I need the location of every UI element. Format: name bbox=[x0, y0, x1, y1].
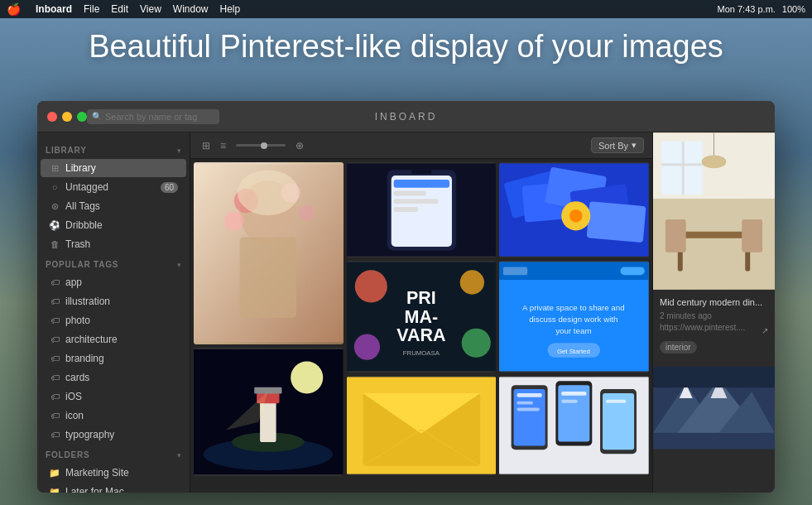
svg-rect-60 bbox=[517, 408, 540, 411]
search-input[interactable] bbox=[87, 109, 219, 124]
minimize-button[interactable] bbox=[62, 112, 72, 122]
folder-marketing-icon: 📁 bbox=[49, 468, 60, 479]
grid-item-primavara[interactable]: PRI MA- VARA FRUMOASA bbox=[347, 261, 497, 373]
sort-label: Sort By bbox=[598, 141, 628, 151]
sidebar-item-cards[interactable]: 🏷 cards bbox=[41, 368, 186, 387]
menu-help[interactable]: Help bbox=[220, 3, 241, 15]
popular-tags-section-header: POPULAR TAGS ▾ bbox=[37, 257, 190, 272]
fullscreen-button[interactable] bbox=[77, 112, 87, 122]
external-link-icon[interactable]: ↗ bbox=[762, 326, 768, 335]
sidebar: LIBRARY ▾ ⊞ Library ○ Untagged 60 ⊛ All … bbox=[37, 132, 190, 493]
sidebar-item-all-tags[interactable]: ⊛ All Tags bbox=[41, 197, 186, 215]
menu-view[interactable]: View bbox=[140, 3, 161, 15]
library-icon: ⊞ bbox=[49, 163, 60, 174]
grid-view-icon[interactable]: ⊞ bbox=[199, 138, 214, 153]
svg-point-25 bbox=[354, 270, 387, 302]
svg-rect-78 bbox=[742, 219, 762, 252]
tag-cards-label: cards bbox=[65, 372, 178, 383]
svg-text:Get Started: Get Started bbox=[557, 348, 590, 355]
svg-text:your team: your team bbox=[555, 326, 591, 335]
svg-rect-73 bbox=[661, 163, 703, 166]
tag-ios-icon: 🏷 bbox=[49, 392, 60, 402]
grid-item-lighthouse[interactable] bbox=[194, 348, 344, 476]
sidebar-item-typography[interactable]: 🏷 typography bbox=[41, 426, 186, 444]
svg-rect-72 bbox=[682, 142, 685, 195]
sidebar-item-trash[interactable]: 🗑 Trash bbox=[41, 235, 186, 253]
tag-branding-icon: 🏷 bbox=[49, 354, 60, 363]
menubar-app-name[interactable]: Inboard bbox=[36, 3, 72, 15]
list-view-icon[interactable]: ≡ bbox=[217, 138, 229, 153]
popular-tags-arrow-icon: ▾ bbox=[177, 261, 181, 269]
sidebar-item-illustration[interactable]: 🏷 illustration bbox=[41, 292, 186, 310]
svg-rect-48 bbox=[503, 267, 527, 275]
titlebar-app-name: INBOARD bbox=[375, 111, 438, 123]
svg-point-9 bbox=[291, 361, 323, 393]
svg-point-28 bbox=[353, 334, 379, 359]
titlebar: INBOARD 🔍 bbox=[37, 101, 775, 132]
grid-item-blue-app[interactable]: A private space to share and discuss des… bbox=[499, 261, 649, 373]
tag-photo-icon: 🏷 bbox=[49, 315, 60, 325]
svg-text:PRI: PRI bbox=[406, 288, 436, 308]
zoom-slider[interactable] bbox=[236, 144, 286, 147]
sidebar-item-architecture[interactable]: 🏷 architecture bbox=[41, 330, 186, 349]
popular-tags-section-label: POPULAR TAGS bbox=[46, 260, 118, 269]
menu-file[interactable]: File bbox=[84, 3, 99, 15]
svg-rect-43 bbox=[587, 201, 646, 243]
library-label: Library bbox=[65, 162, 178, 174]
tag-typography-icon: 🏷 bbox=[49, 430, 60, 440]
traffic-lights bbox=[47, 112, 87, 122]
menu-window[interactable]: Window bbox=[173, 3, 209, 15]
svg-rect-20 bbox=[393, 191, 425, 196]
all-tags-icon: ⊛ bbox=[49, 201, 60, 212]
sidebar-item-library[interactable]: ⊞ Library bbox=[41, 159, 186, 177]
trash-label: Trash bbox=[65, 238, 178, 250]
sidebar-item-dribbble[interactable]: ⚽ Dribbble bbox=[41, 216, 186, 234]
folders-section-header: FOLDERS ▾ bbox=[37, 447, 190, 463]
menu-edit[interactable]: Edit bbox=[111, 3, 128, 15]
tag-icon-label: icon bbox=[65, 410, 178, 421]
grid-toolbar: ⊞ ≡ ⊕ Sort By ▾ bbox=[190, 132, 652, 159]
app-body: LIBRARY ▾ ⊞ Library ○ Untagged 60 ⊛ All … bbox=[37, 132, 775, 493]
folder-later-icon: 📁 bbox=[49, 487, 60, 493]
menubar-left: 🍎 Inboard File Edit View Window Help bbox=[7, 2, 240, 16]
library-arrow-icon: ▾ bbox=[177, 147, 181, 155]
zoom-icon[interactable]: ⊕ bbox=[292, 138, 307, 153]
sidebar-item-untagged[interactable]: ○ Untagged 60 bbox=[41, 178, 186, 196]
sidebar-item-icon-tag[interactable]: 🏷 icon bbox=[41, 406, 186, 425]
svg-text:MA-: MA- bbox=[404, 307, 438, 327]
detail-panel: Mid century modern din... 2 minutes ago … bbox=[652, 132, 775, 493]
tag-icon-icon: 🏷 bbox=[49, 411, 60, 421]
grid-item-woman[interactable] bbox=[194, 162, 344, 344]
tag-ios-label: iOS bbox=[65, 391, 178, 402]
grid-item-mobile-screens[interactable] bbox=[499, 376, 649, 475]
sidebar-item-ios[interactable]: 🏷 iOS bbox=[41, 387, 186, 406]
grid-item-phone[interactable] bbox=[347, 162, 497, 257]
sidebar-item-app[interactable]: 🏷 app bbox=[41, 273, 186, 291]
svg-rect-22 bbox=[393, 207, 417, 212]
tag-app-label: app bbox=[65, 277, 178, 288]
grid-item-cards[interactable] bbox=[499, 162, 649, 257]
sidebar-item-marketing-site[interactable]: 📁 Marketing Site bbox=[41, 464, 186, 482]
svg-rect-63 bbox=[562, 392, 587, 396]
grid-item-yellow[interactable] bbox=[347, 376, 497, 475]
detail-image bbox=[653, 132, 775, 290]
folders-section-label: FOLDERS bbox=[46, 450, 89, 459]
close-button[interactable] bbox=[47, 112, 57, 122]
detail-tag[interactable]: interior bbox=[660, 341, 697, 354]
svg-text:FRUMOASA: FRUMOASA bbox=[402, 349, 440, 357]
sidebar-item-branding[interactable]: 🏷 branding bbox=[41, 349, 186, 368]
svg-rect-2 bbox=[240, 237, 296, 318]
apple-menu[interactable]: 🍎 bbox=[7, 2, 21, 16]
tag-app-icon: 🏷 bbox=[49, 277, 60, 287]
tag-photo-label: photo bbox=[65, 315, 178, 326]
svg-point-6 bbox=[224, 211, 243, 230]
menubar-time: Mon 7:43 p.m. bbox=[718, 4, 776, 14]
svg-rect-87 bbox=[653, 368, 775, 388]
sort-button[interactable]: Sort By ▾ bbox=[591, 137, 644, 153]
sidebar-item-later-for-mac[interactable]: 📁 Later for Mac bbox=[41, 483, 186, 493]
svg-text:discuss design work with: discuss design work with bbox=[530, 315, 618, 324]
menubar: 🍎 Inboard File Edit View Window Help Mon… bbox=[0, 0, 812, 18]
library-section-label: LIBRARY bbox=[46, 146, 87, 155]
svg-point-5 bbox=[299, 204, 315, 221]
sidebar-item-photo[interactable]: 🏷 photo bbox=[41, 311, 186, 329]
